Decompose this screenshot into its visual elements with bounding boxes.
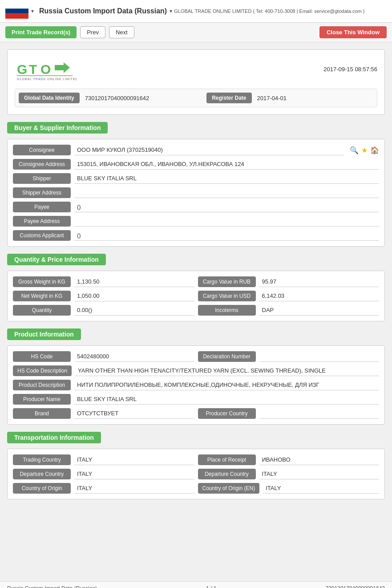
place-of-receipt-value: ИВАНОВО (259, 454, 380, 465)
hscode-decl-row: HS Code 5402480000 Declaration Number (13, 351, 379, 362)
cargo-rub-col: Cargo Value in RUB 95.97 (198, 276, 380, 287)
place-of-receipt-label: Place of Receipt (198, 454, 256, 465)
departure-country2-col: Departure Country ITALY (198, 469, 380, 479)
gross-weight-label: Gross Weight in KG (13, 276, 71, 287)
record-datetime: 2017-09-15 08:57:56 (323, 66, 377, 73)
dropdown-arrow[interactable]: ▾ (31, 8, 34, 14)
producer-country-label: Producer Country (198, 408, 256, 419)
transportation-section: Transportation Information Trading Count… (7, 432, 385, 499)
shipper-address-value (74, 187, 379, 198)
net-cargo-usd-row: Net Weight in KG 1,050.00 Cargo Value in… (13, 291, 379, 301)
search-icon[interactable]: 🔍 (350, 146, 359, 154)
logo-row: G T O GLOBAL TRADE ONLINE LIMITED 2017-0… (15, 57, 377, 81)
gross-weight-value: 1,130.50 (74, 276, 194, 287)
footer-source: Russia Custom Import Data (Russian) (7, 585, 97, 588)
register-date-label: Register Date (206, 93, 251, 103)
country-origin-en-label: Country of Origin (EN) (198, 483, 260, 494)
next-button[interactable]: Next (109, 26, 134, 38)
hs-code-label: HS Code (13, 351, 71, 362)
quantity-label: Quantity (13, 305, 71, 316)
buyer-supplier-section: Buyer & Supplier Information Consignee О… (7, 122, 385, 247)
incoterms-col: Incoterms DAP (198, 305, 380, 316)
trading-country-value: ITALY (74, 454, 194, 465)
cargo-usd-col: Cargo Value in USD 6,142.03 (198, 291, 380, 301)
quantity-price-card: Gross Weight in KG 1,130.50 Cargo Value … (7, 271, 385, 321)
origin-row: Country of Origin ITALY Country of Origi… (13, 483, 379, 494)
country-origin-en-value: ITALY (263, 483, 379, 494)
net-weight-value: 1,050.00 (74, 291, 194, 301)
global-data-identity-value: 73012017040000091642 (85, 95, 201, 101)
consignee-address-label: Consignee Address (13, 159, 71, 170)
trading-country-col: Trading Country ITALY (13, 454, 194, 465)
brand-producer-row: Brand ОТСУТСТВУЕТ Producer Country (13, 408, 379, 419)
shipper-address-row: Shipper Address (13, 187, 379, 198)
incoterms-value: DAP (259, 305, 380, 316)
hs-desc-row: HS Code Description YARN OTHER THAN HIGH… (13, 365, 379, 376)
print-button[interactable]: Print Trade Record(s) (5, 26, 77, 38)
identity-row: Global Data Identity 7301201704000009164… (15, 89, 377, 107)
payee-label: Payee (13, 202, 71, 212)
departure-country-label: Departure Country (13, 469, 71, 479)
quantity-price-title: Quantity & Price Information (7, 254, 106, 265)
payee-address-value (74, 216, 379, 227)
global-data-identity-label: Global Data Identity (19, 93, 80, 103)
svg-rect-3 (5, 14, 28, 19)
brand-col: Brand ОТСУТСТВУЕТ (13, 408, 194, 419)
star-icon[interactable]: ★ (361, 146, 368, 154)
shipper-address-label: Shipper Address (13, 187, 71, 198)
toolbar: Print Trade Record(s) Prev Next Close Th… (0, 23, 392, 42)
brand-label: Brand (13, 408, 71, 419)
customs-applicant-value: () (74, 230, 379, 241)
product-desc-value: НИТИ ПОЛИПРОПИЛЕНОВЫЕ, КОМПЛЕКСНЫЕ,ОДИНО… (74, 380, 379, 390)
country-origin-label: Country of Origin (13, 483, 71, 494)
title-arrow[interactable]: ▾ (170, 8, 172, 14)
producer-name-label: Producer Name (13, 394, 71, 405)
payee-row: Payee () (13, 202, 379, 212)
svg-text:O: O (40, 62, 51, 77)
hs-code-desc-value: YARN OTHER THAN HIGH TENACITY/TEXTURED Y… (75, 365, 379, 376)
close-button[interactable]: Close This Window (319, 26, 387, 38)
hs-code-desc-label: HS Code Description (13, 365, 72, 376)
incoterms-label: Incoterms (198, 305, 256, 316)
hs-code-value: 5402480000 (74, 351, 194, 362)
gto-logo: G T O GLOBAL TRADE ONLINE LIMITED (15, 57, 77, 81)
logo-container: G T O GLOBAL TRADE ONLINE LIMITED (15, 57, 77, 81)
departure-country-col: Departure Country ITALY (13, 469, 194, 479)
net-weight-label: Net Weight in KG (13, 291, 71, 301)
consignee-address-row: Consignee Address 153015, ИВАНОВСКАЯ ОБЛ… (13, 159, 379, 170)
departure-country2-label: Departure Country (198, 469, 256, 479)
prev-button[interactable]: Prev (80, 26, 105, 38)
shipper-value: BLUE SKY ITALIA SRL (74, 173, 379, 184)
cargo-usd-value: 6,142.03 (259, 291, 380, 301)
trading-country-label: Trading Country (13, 454, 71, 465)
customs-applicant-label: Customs Applicant (13, 230, 71, 241)
shipper-row: Shipper BLUE SKY ITALIA SRL (13, 173, 379, 184)
svg-text:GLOBAL TRADE ONLINE LIMITED: GLOBAL TRADE ONLINE LIMITED (17, 77, 77, 81)
product-title: Product Information (7, 328, 81, 340)
footer-page: 1 / 1 (206, 585, 216, 588)
footer-record-id: 73012017040000091642 (326, 585, 385, 588)
home-icon[interactable]: 🏠 (370, 146, 379, 154)
consignee-row: Consignee ООО МИР КУКОЛ (3702519040) 🔍 ★… (13, 145, 379, 155)
gross-cargo-rub-row: Gross Weight in KG 1,130.50 Cargo Value … (13, 276, 379, 287)
buyer-supplier-card: Consignee ООО МИР КУКОЛ (3702519040) 🔍 ★… (7, 139, 385, 247)
buyer-supplier-title: Buyer & Supplier Information (7, 122, 108, 134)
decl-col: Declaration Number (198, 351, 380, 362)
country-origin-col: Country of Origin ITALY (13, 483, 194, 494)
transportation-card: Trading Country ITALY Place of Receipt И… (7, 449, 385, 499)
net-weight-col: Net Weight in KG 1,050.00 (13, 291, 194, 301)
departure-row: Departure Country ITALY Departure Countr… (13, 469, 379, 479)
quantity-incoterms-row: Quantity 0.00() Incoterms DAP (13, 305, 379, 316)
declaration-number-value (259, 351, 380, 362)
company-info: GLOBAL TRADE ONLINE LIMITED ( Tel: 400-7… (174, 8, 364, 14)
quantity-price-section: Quantity & Price Information Gross Weigh… (7, 254, 385, 321)
header-card: G T O GLOBAL TRADE ONLINE LIMITED 2017-0… (7, 49, 385, 115)
producer-name-row: Producer Name BLUE SKY ITALIA SRL (13, 394, 379, 405)
payee-value: () (74, 202, 379, 212)
cargo-rub-value: 95.97 (259, 276, 380, 287)
cargo-rub-label: Cargo Value in RUB (198, 276, 256, 287)
transportation-title: Transportation Information (7, 432, 101, 443)
consignee-address-value: 153015, ИВАНОВСКАЯ ОБЛ., ИВАНОВО, УЛ.НЕК… (74, 159, 379, 170)
shipper-label: Shipper (13, 173, 71, 184)
place-of-receipt-col: Place of Receipt ИВАНОВО (198, 454, 380, 465)
